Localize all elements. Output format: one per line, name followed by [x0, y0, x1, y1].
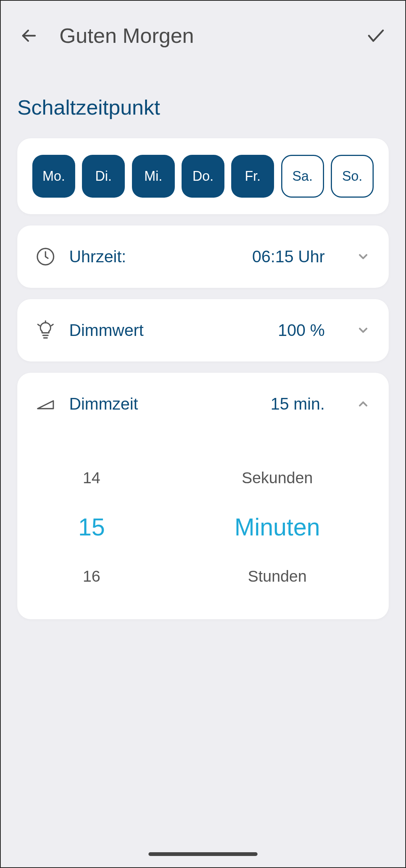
dim-value-expand-button[interactable] — [356, 323, 371, 338]
clock-icon — [35, 246, 56, 267]
picker-unit-column[interactable]: Sekunden Minuten Stunden — [166, 469, 389, 585]
dim-value-value: 100 % — [278, 321, 325, 340]
home-indicator[interactable] — [148, 852, 258, 856]
time-value: 06:15 Uhr — [252, 247, 325, 266]
weekday-so[interactable]: So. — [331, 155, 374, 198]
picker-unit-next[interactable]: Stunden — [248, 567, 306, 585]
weekday-sa[interactable]: Sa. — [281, 155, 324, 198]
time-label: Uhrzeit: — [69, 247, 239, 266]
weekday-mo[interactable]: Mo. — [32, 155, 75, 198]
dim-time-value: 15 min. — [271, 395, 325, 413]
arrow-left-icon — [20, 27, 38, 45]
chevron-down-icon — [356, 250, 370, 263]
ramp-icon — [35, 394, 56, 414]
weekday-card: Mo. Di. Mi. Do. Fr. Sa. So. — [17, 138, 389, 214]
page-title: Guten Morgen — [59, 23, 344, 48]
time-row: Uhrzeit: 06:15 Uhr — [17, 225, 389, 288]
time-expand-button[interactable] — [356, 249, 371, 264]
confirm-button[interactable] — [365, 24, 387, 47]
screen: Guten Morgen Schaltzeitpunkt Mo. Di. Mi.… — [0, 0, 406, 868]
chevron-up-icon — [356, 397, 370, 411]
picker-num-next[interactable]: 16 — [83, 567, 100, 585]
section-title: Schaltzeitpunkt — [1, 61, 405, 138]
dim-time-card: Dimmzeit 15 min. 14 15 16 Sekunden Minut… — [17, 373, 389, 619]
weekday-fr[interactable]: Fr. — [231, 155, 274, 198]
weekday-di[interactable]: Di. — [82, 155, 125, 198]
picker-num-selected[interactable]: 15 — [78, 513, 105, 541]
weekday-do[interactable]: Do. — [182, 155, 224, 198]
svg-line-4 — [52, 324, 53, 325]
header: Guten Morgen — [1, 1, 405, 61]
dim-time-label: Dimmzeit — [69, 395, 257, 413]
check-icon — [365, 25, 386, 46]
picker-number-column[interactable]: 14 15 16 — [17, 469, 166, 585]
dim-value-card[interactable]: Dimmwert 100 % — [17, 299, 389, 361]
dim-time-picker[interactable]: 14 15 16 Sekunden Minuten Stunden — [17, 435, 389, 619]
back-button[interactable] — [19, 26, 39, 46]
chevron-down-icon — [356, 324, 370, 337]
picker-num-prev[interactable]: 14 — [83, 469, 100, 487]
weekday-mi[interactable]: Mi. — [132, 155, 175, 198]
time-card[interactable]: Uhrzeit: 06:15 Uhr — [17, 225, 389, 288]
svg-line-3 — [38, 324, 40, 325]
dim-time-row[interactable]: Dimmzeit 15 min. — [17, 373, 389, 435]
bulb-icon — [35, 320, 56, 340]
dim-value-row: Dimmwert 100 % — [17, 299, 389, 361]
weekday-picker: Mo. Di. Mi. Do. Fr. Sa. So. — [17, 138, 389, 214]
picker-unit-prev[interactable]: Sekunden — [242, 469, 313, 487]
picker-unit-selected[interactable]: Minuten — [235, 513, 320, 541]
dim-value-label: Dimmwert — [69, 321, 264, 340]
dim-time-collapse-button[interactable] — [356, 396, 371, 411]
